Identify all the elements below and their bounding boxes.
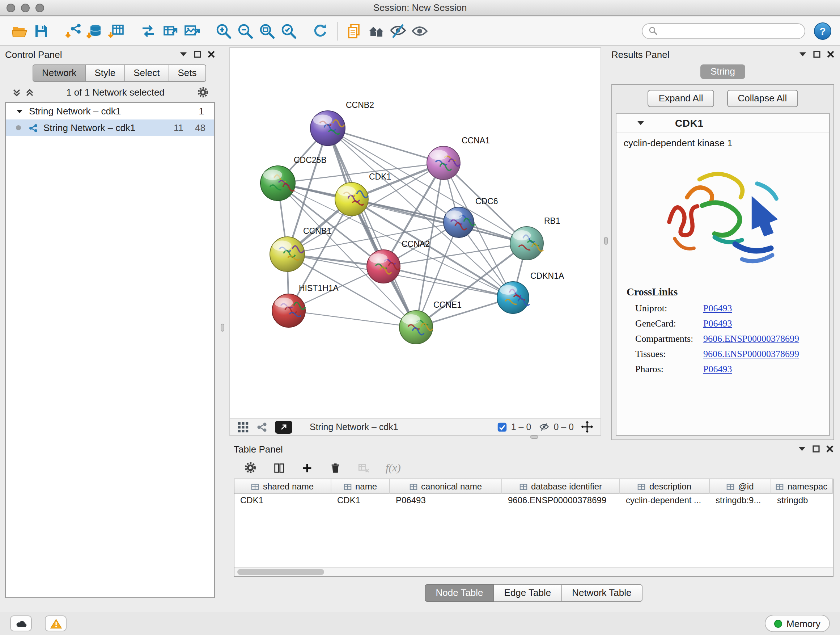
zoom-fit-button[interactable]: [256, 20, 278, 42]
function-builder-icon[interactable]: f(x): [386, 462, 401, 474]
collapse-all-icon[interactable]: [12, 88, 21, 97]
network-canvas[interactable]: CCNB2CCNA1CDC25BCDK1CDC6RB1CCNB1CCNA2CDK…: [230, 48, 600, 418]
open-session-button[interactable]: [9, 20, 30, 42]
export-network-button[interactable]: [275, 420, 292, 433]
horizontal-scrollbar[interactable]: [234, 567, 833, 576]
tab-network-table[interactable]: Network Table: [562, 584, 642, 602]
crosslink-link[interactable]: 9606.ENSP00000378699: [703, 348, 799, 360]
splitter-handle[interactable]: [531, 435, 538, 439]
network-node-CCNA1[interactable]: CCNA1: [427, 136, 490, 180]
network-collection-row[interactable]: String Network – cdk1 1: [6, 103, 214, 119]
cloud-button[interactable]: [10, 616, 32, 631]
pan-move-icon[interactable]: [581, 421, 593, 433]
panel-close-icon[interactable]: [826, 445, 834, 453]
panel-menu-icon[interactable]: [799, 51, 807, 57]
new-network-from-selection-button[interactable]: [137, 20, 159, 42]
export-image-button[interactable]: [181, 20, 202, 42]
network-node-CDK1[interactable]: CDK1: [335, 172, 391, 216]
memory-button[interactable]: Memory: [765, 615, 830, 632]
column-grid-icon: [638, 483, 646, 491]
zoom-window-button[interactable]: [35, 4, 44, 12]
import-table-from-file-button[interactable]: [106, 20, 127, 42]
crosslink-link[interactable]: P06493: [703, 363, 732, 375]
columns-icon[interactable]: [273, 462, 285, 474]
birdseye-grid-icon[interactable]: [237, 421, 249, 432]
database-import-icon: [86, 22, 103, 40]
table-toolbar: f(x): [234, 455, 834, 478]
show-all-button[interactable]: [409, 20, 431, 42]
column-header-database-identifier[interactable]: database identifier: [502, 479, 620, 494]
import-network-from-database-button[interactable]: [84, 20, 106, 42]
crosslink-link[interactable]: P06493: [703, 302, 732, 314]
hide-unhide-button[interactable]: [387, 20, 409, 42]
delete-table-icon-disabled: [357, 462, 370, 474]
close-window-button[interactable]: [6, 4, 15, 12]
crosslink-row: Uniprot:P06493: [616, 301, 829, 317]
expand-all-icon[interactable]: [25, 88, 34, 97]
save-session-button[interactable]: [30, 20, 52, 42]
panel-maximize-icon[interactable]: [813, 51, 821, 58]
apply-layout-button[interactable]: [309, 20, 332, 42]
share-network-icon[interactable]: [256, 421, 268, 432]
scrollbar-thumb[interactable]: [237, 569, 324, 575]
column-header-namespac[interactable]: namespac: [771, 479, 833, 494]
tab-string[interactable]: String: [700, 65, 745, 79]
column-header-description[interactable]: description: [620, 479, 710, 494]
zoom-out-button[interactable]: [234, 20, 256, 42]
gear-icon[interactable]: [244, 461, 257, 474]
panel-menu-icon[interactable]: [180, 51, 187, 57]
crosslink-label: Uniprot:: [635, 302, 703, 314]
clone-network-button[interactable]: [159, 20, 181, 42]
delete-icon[interactable]: [329, 462, 341, 474]
crosslink-link[interactable]: P06493: [703, 318, 732, 329]
warnings-button[interactable]: [45, 616, 66, 631]
column-header-name[interactable]: name: [332, 479, 390, 494]
help-button[interactable]: ?: [814, 22, 831, 40]
memory-label: Memory: [786, 618, 821, 629]
zoom-selected-button[interactable]: [278, 20, 300, 42]
crosslink-row: GeneCard:P06493: [616, 317, 829, 332]
node-label: CDC25B: [294, 155, 327, 165]
panel-close-icon[interactable]: [827, 51, 834, 58]
checkbox-icon[interactable]: [497, 422, 508, 432]
network-view-title: String Network – cdk1: [309, 422, 398, 432]
add-row-icon[interactable]: [301, 462, 313, 474]
panel-close-icon[interactable]: [208, 51, 215, 58]
column-header-canonical-name[interactable]: canonical name: [390, 479, 502, 494]
tab-style[interactable]: Style: [86, 65, 125, 82]
panel-maximize-icon[interactable]: [194, 51, 201, 58]
disclosure-triangle-icon[interactable]: [16, 108, 23, 114]
table-cell: stringdb:9...: [710, 494, 771, 508]
network-node-CCNB1[interactable]: CCNB1: [270, 226, 332, 272]
hidden-eye-icon[interactable]: [538, 422, 550, 432]
string-home-button[interactable]: [365, 20, 387, 42]
minimize-window-button[interactable]: [21, 4, 30, 12]
search-input[interactable]: [662, 26, 799, 36]
zoom-in-button[interactable]: [213, 20, 234, 42]
table-cell: 9606.ENSP00000378699: [502, 494, 620, 508]
panel-menu-icon[interactable]: [798, 446, 806, 452]
collapse-all-button[interactable]: Collapse All: [727, 90, 798, 107]
network-node-CDKN1A[interactable]: CDKN1A: [497, 271, 564, 314]
network-node-RB1[interactable]: RB1: [510, 216, 561, 260]
expand-all-button[interactable]: Expand All: [648, 90, 714, 107]
tab-sets[interactable]: Sets: [169, 65, 206, 82]
network-node-HIST1H1A[interactable]: HIST1H1A: [272, 283, 339, 327]
section-collapse-icon[interactable]: [637, 120, 645, 126]
tab-node-table[interactable]: Node Table: [425, 584, 494, 602]
crosslink-link[interactable]: 9606.ENSP00000378699: [703, 333, 799, 345]
column-header--id[interactable]: @id: [710, 479, 771, 494]
column-header-shared-name[interactable]: shared name: [234, 479, 332, 494]
panel-maximize-icon[interactable]: [813, 445, 820, 453]
splitter-handle[interactable]: [604, 237, 608, 245]
import-network-from-file-button[interactable]: [62, 20, 84, 42]
tab-network[interactable]: Network: [33, 65, 86, 82]
splitter-handle[interactable]: [221, 324, 224, 332]
copy-document-button[interactable]: [344, 20, 365, 42]
gear-icon[interactable]: [197, 86, 209, 98]
table-row[interactable]: CDK1CDK1P064939606.ENSP00000378699cyclin…: [234, 494, 833, 508]
tab-select[interactable]: Select: [125, 65, 169, 82]
network-row[interactable]: String Network – cdk1 11 48: [6, 119, 214, 136]
tab-edge-table[interactable]: Edge Table: [494, 584, 562, 602]
network-node-CCNE1[interactable]: CCNE1: [399, 300, 462, 344]
